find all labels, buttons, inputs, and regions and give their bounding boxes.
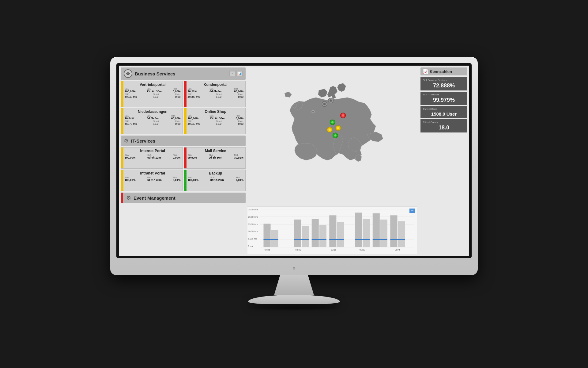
vertriebsportal-card[interactable]: Vertriebsportal SLA100,00% SLA13d 6h 30m…: [121, 81, 183, 107]
svg-text:08:00: 08:00: [295, 248, 301, 251]
right-panel: 📈 Kennzahlen SLA Business Services 72.88…: [419, 66, 469, 256]
critical-events-value: 18.0: [423, 125, 465, 131]
table-view-btn[interactable]: ≡: [229, 71, 236, 76]
svg-point-12: [329, 128, 331, 131]
critical-events-label: Critical Events: [423, 121, 465, 124]
gear-icon: ⚙: [124, 137, 129, 144]
svg-text:08:45: 08:45: [395, 248, 400, 251]
svg-point-10: [337, 127, 339, 129]
event-management-header: ⚙ Event Management: [121, 193, 246, 203]
internet-portal-card[interactable]: Internet Portal SLA100,00% SLA0d 4h 12m …: [121, 147, 183, 169]
svg-rect-39: [380, 220, 387, 247]
sla-it-kpi: SLA IT-Services 99.979%: [420, 92, 467, 105]
eye-icon: [124, 69, 132, 78]
svg-rect-29: [312, 219, 319, 247]
niederlassungen-card[interactable]: Niederlassungen SLA90,84% SLA0d 0h 0m Ri…: [121, 108, 183, 134]
monitor-frame: Business Services ≡ 📊 Vertriebsportal: [110, 57, 478, 275]
sla-business-kpi: SLA Business Services 72.888%: [420, 77, 467, 90]
svg-rect-23: [263, 224, 270, 247]
online-shop-card[interactable]: Online Shop SLA100,00% SLA13d 6h 30m Ris…: [184, 108, 246, 134]
svg-point-8: [331, 121, 334, 123]
business-services-header: Business Services ≡ 📊: [121, 67, 246, 80]
svg-rect-26: [294, 220, 301, 247]
kundenportal-title: Kundenportal: [188, 82, 244, 87]
sla-it-label: SLA IT-Services: [423, 93, 465, 96]
svg-text:08:15: 08:15: [331, 248, 336, 251]
current-users-value: 1508.0 User: [423, 111, 465, 117]
svg-point-16: [312, 111, 314, 113]
critical-events-kpi: Critical Events 18.0: [420, 119, 467, 132]
header-actions: ≡ 📊: [229, 71, 243, 76]
monitor-base: [248, 295, 340, 304]
monitor-neck: [274, 275, 314, 295]
svg-rect-42: [398, 221, 405, 247]
online-shop-title: Online Shop: [188, 109, 244, 114]
svg-rect-30: [319, 225, 326, 247]
kennzahlen-title: Kennzahlen: [430, 69, 452, 74]
event-gear-icon: ⚙: [126, 194, 131, 201]
monitor-shadow: [245, 305, 343, 311]
svg-rect-36: [363, 219, 370, 247]
current-users-kpi: Current Users 1508.0 User: [420, 106, 467, 118]
svg-text:08:30: 08:30: [360, 248, 365, 251]
middle-panel: 25.000 ms 20.000 ms 15.000 ms 10.000 ms …: [247, 66, 419, 256]
chart-svg: 07:45 08:00 08:15 08:30 08:45: [260, 209, 414, 247]
svg-rect-33: [337, 222, 344, 247]
intranet-portal-title: Intranet Portal: [125, 171, 181, 175]
svg-rect-38: [373, 213, 380, 247]
kennzahlen-header: 📈 Kennzahlen: [420, 67, 467, 75]
niederlassungen-title: Niederlassungen: [125, 109, 181, 114]
svg-rect-41: [390, 215, 397, 247]
monitor-wrapper: Business Services ≡ 📊 Vertriebsportal: [0, 0, 588, 368]
backup-title: Backup: [188, 171, 244, 175]
monitor-power-indicator: [293, 267, 295, 270]
it-services-header: ⚙ IT-Services: [121, 136, 246, 146]
svg-point-6: [342, 114, 344, 117]
it-services-title: IT-Services: [131, 138, 155, 144]
sla-business-label: SLA Business Services: [423, 79, 465, 82]
svg-rect-35: [355, 213, 362, 247]
kundenportal-card[interactable]: Kundenportal SLA76,21% SLA0d 0h 0m Risk8…: [184, 81, 246, 107]
svg-text:07:45: 07:45: [265, 248, 270, 251]
chart-container: 25.000 ms 20.000 ms 15.000 ms 10.000 ms …: [247, 206, 417, 254]
sla-business-value: 72.888%: [423, 82, 465, 89]
map-container: [247, 66, 419, 206]
europe-map: [247, 66, 419, 206]
internet-portal-title: Internet Portal: [125, 149, 181, 153]
monitor-screen: Business Services ≡ 📊 Vertriebsportal: [119, 66, 469, 256]
svg-rect-27: [302, 226, 309, 247]
business-services-title: Business Services: [135, 71, 175, 76]
it-services-grid: Internet Portal SLA100,00% SLA0d 4h 12m …: [121, 147, 246, 191]
chart-view-btn[interactable]: 📊: [236, 71, 243, 76]
mail-service-title: Mail Service: [188, 149, 244, 153]
vertriebsportal-title: Vertriebsportal: [125, 82, 181, 87]
current-users-label: Current Users: [423, 108, 465, 110]
sla-it-value: 99.979%: [423, 97, 465, 103]
monitor-bezel: Business Services ≡ 📊 Vertriebsportal: [116, 63, 472, 258]
mail-service-card[interactable]: Mail Service SLA99,92% SLA0d 6h 36m Risk…: [184, 147, 246, 169]
backup-card[interactable]: Backup SLA100,00% SLA0d 1h 26m Risk0,00%: [184, 170, 246, 191]
svg-rect-32: [329, 215, 336, 247]
event-management-title: Event Management: [134, 195, 175, 201]
svg-point-14: [334, 134, 336, 136]
chart-zoom-button[interactable]: −: [409, 209, 415, 213]
svg-point-4: [330, 99, 332, 102]
chart-icon: 📈: [423, 69, 428, 74]
left-panel: Business Services ≡ 📊 Vertriebsportal: [119, 66, 247, 256]
intranet-portal-card[interactable]: Intranet Portal SLA100,00% SLA0d 21h 36m…: [121, 170, 183, 191]
svg-rect-24: [271, 230, 278, 247]
svg-point-2: [323, 103, 326, 105]
business-services-grid: Vertriebsportal SLA100,00% SLA13d 6h 30m…: [121, 81, 246, 134]
